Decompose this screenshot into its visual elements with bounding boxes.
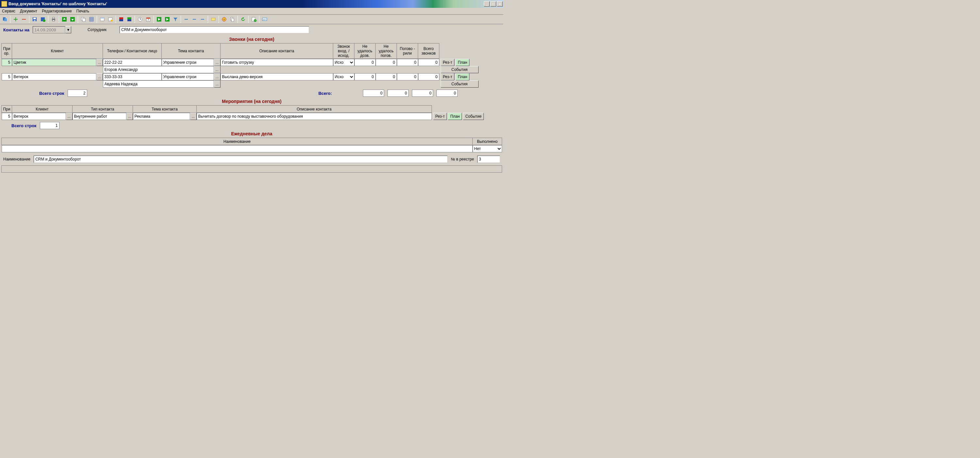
menu-print[interactable]: Печать [76, 9, 89, 13]
doc-copy-icon[interactable] [229, 16, 236, 23]
close-button[interactable]: ✕ [497, 1, 503, 6]
plan-button[interactable]: План [455, 59, 469, 66]
money-icon[interactable]: $ [221, 16, 228, 23]
dir-select[interactable]: Исхо [333, 73, 355, 80]
no-talk-input[interactable] [375, 73, 397, 80]
client-pick-icon[interactable]: … [96, 73, 103, 80]
contact-person-input[interactable] [103, 66, 214, 73]
calls-row-sub: … События [2, 80, 479, 88]
no-reach-input[interactable] [355, 73, 375, 80]
play2-icon[interactable] [164, 16, 171, 23]
sum-no-reach[interactable] [363, 89, 384, 97]
plan-button[interactable]: План [448, 113, 462, 120]
rows-total-value[interactable] [68, 89, 87, 97]
menu-service[interactable]: Сервис [2, 9, 15, 13]
employee-input[interactable] [119, 26, 309, 34]
date-dropdown-icon[interactable]: ▼ [65, 26, 71, 34]
svg-rect-36 [185, 19, 188, 20]
desc-input[interactable] [221, 59, 333, 66]
play-icon[interactable] [156, 16, 163, 23]
topic-pick-icon[interactable]: … [214, 59, 221, 66]
topic-input[interactable] [133, 113, 190, 120]
apt-icon[interactable]: APT [261, 16, 268, 23]
arrow-down-icon[interactable] [69, 16, 76, 23]
result-button[interactable]: Рез-т [441, 59, 455, 66]
dir-select[interactable]: Исхо [333, 59, 355, 66]
sum-no-talk[interactable] [387, 89, 409, 97]
app-icon [1, 1, 7, 7]
col-total: Всего звонков [418, 43, 439, 59]
menu-document[interactable]: Документ [20, 9, 37, 13]
total-input[interactable] [418, 59, 439, 66]
client-input[interactable] [12, 73, 96, 80]
table-icon[interactable] [99, 16, 106, 23]
topic-pick-icon[interactable]: … [214, 73, 221, 80]
no-reach-input[interactable] [355, 59, 375, 66]
prio-input[interactable] [2, 59, 12, 66]
done-select[interactable]: Нет [473, 145, 502, 152]
phone-input[interactable] [103, 73, 162, 80]
sum-talked[interactable] [412, 89, 433, 97]
contact-pick-icon[interactable]: … [214, 66, 221, 73]
client-input[interactable] [12, 113, 66, 120]
reg-input[interactable] [477, 156, 500, 163]
type-input[interactable] [73, 113, 126, 120]
card-icon[interactable] [210, 16, 217, 23]
talked-input[interactable] [397, 73, 418, 80]
minus1-icon[interactable] [183, 16, 190, 23]
date-input[interactable] [33, 26, 65, 34]
date-field[interactable]: ▼ [33, 26, 71, 34]
rows-total-value[interactable] [40, 122, 59, 129]
flag-red-icon[interactable] [118, 16, 125, 23]
flag-green-icon[interactable] [126, 16, 133, 23]
phone-input[interactable] [103, 59, 162, 66]
open-db-icon[interactable] [1, 16, 8, 23]
plan-button[interactable]: План [455, 73, 469, 80]
filter-icon[interactable] [172, 16, 179, 23]
prio-input[interactable] [2, 113, 12, 120]
minus3-icon[interactable] [199, 16, 206, 23]
desc-input[interactable] [221, 73, 333, 80]
event-button[interactable]: Событие [463, 113, 484, 120]
maximize-button[interactable]: □ [490, 1, 496, 6]
client-pick-icon[interactable]: … [96, 59, 103, 66]
client-pick-icon[interactable]: … [66, 113, 73, 120]
topic-pick-icon[interactable]: … [190, 113, 197, 120]
add-icon[interactable] [12, 16, 19, 23]
sum-total[interactable] [436, 89, 458, 97]
talked-input[interactable] [397, 59, 418, 66]
result-button[interactable]: Рез-т [441, 73, 455, 80]
refresh-icon[interactable] [239, 16, 247, 23]
table-settings-icon[interactable] [107, 16, 114, 23]
contact-person-input[interactable] [103, 80, 214, 88]
topic-input[interactable] [162, 73, 214, 80]
type-pick-icon[interactable]: … [126, 113, 133, 120]
remove-icon[interactable] [20, 16, 27, 23]
copy-doc-icon[interactable] [80, 16, 87, 23]
contact-pick-icon[interactable]: … [214, 80, 221, 88]
calendar-icon[interactable]: 7 [145, 16, 152, 23]
result-button[interactable]: Рез-т [433, 113, 447, 120]
events-button[interactable]: События [441, 80, 479, 88]
menu-edit[interactable]: Редактирование [42, 9, 72, 13]
desc-input[interactable] [197, 113, 432, 120]
minimize-button[interactable]: _ [484, 1, 490, 6]
events-button[interactable]: События [441, 66, 479, 73]
topic-input[interactable] [162, 59, 214, 66]
save-icon[interactable] [31, 16, 38, 23]
minus2-icon[interactable] [191, 16, 198, 23]
name-input[interactable] [2, 145, 473, 152]
arrow-up-icon[interactable] [61, 16, 68, 23]
footer-name-input[interactable] [33, 156, 447, 163]
prio-input[interactable] [2, 73, 12, 80]
svg-rect-24 [119, 18, 123, 19]
total-input[interactable] [418, 73, 439, 80]
footer-name-label: Наименование [3, 157, 30, 161]
no-talk-input[interactable] [375, 59, 397, 66]
invoice-add-icon[interactable] [250, 16, 258, 23]
client-input[interactable] [12, 59, 96, 66]
print-icon[interactable] [50, 16, 57, 23]
clock-icon[interactable] [137, 16, 144, 23]
grid-icon[interactable] [88, 16, 95, 23]
export-icon[interactable] [39, 16, 46, 23]
